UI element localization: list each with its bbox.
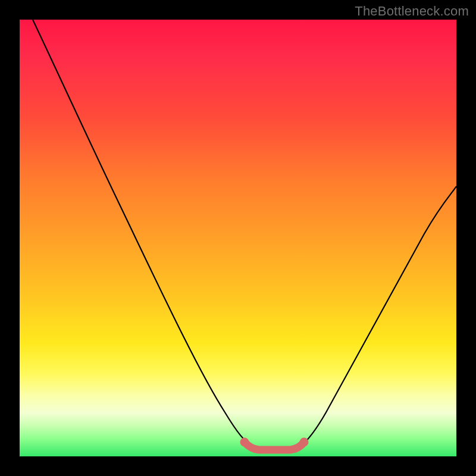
trough-marker-dot-left: [240, 438, 249, 447]
bottleneck-curve: [20, 20, 456, 456]
plot-area: [20, 20, 456, 456]
trough-marker: [245, 442, 304, 450]
chart-frame: TheBottleneck.com: [0, 0, 476, 476]
trough-marker-dot-right: [300, 438, 309, 447]
curve-path: [33, 20, 456, 448]
watermark-text: TheBottleneck.com: [355, 4, 469, 19]
